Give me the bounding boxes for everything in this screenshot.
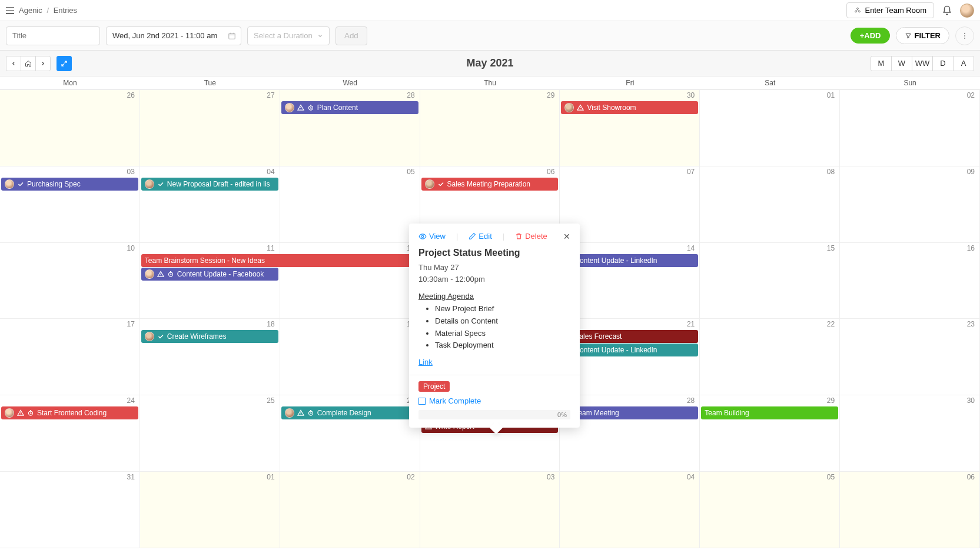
calendar-cell[interactable]: 28Plan Content	[280, 90, 420, 166]
view-d-button[interactable]: D	[932, 56, 954, 71]
day-number: 27	[267, 91, 274, 99]
day-number: 03	[127, 168, 134, 176]
calendar-cell[interactable]: 28Team Meeting	[560, 395, 700, 472]
calendar-cell[interactable]: 04	[560, 472, 700, 548]
calendar-event[interactable]: Complete Design	[281, 406, 418, 419]
enter-team-room-button[interactable]: Enter Team Room	[846, 2, 934, 18]
calendar-event[interactable]: Purchasing Spec	[1, 178, 138, 191]
hamburger-icon[interactable]	[6, 7, 14, 14]
calendar-cell[interactable]: 02	[840, 90, 980, 166]
calendar-cell[interactable]: 15	[700, 243, 840, 319]
calendar-cell[interactable]: 17	[0, 319, 140, 395]
agenda-item: New Project Brief	[435, 303, 570, 315]
day-header: Fri	[560, 76, 700, 89]
calendar-cell[interactable]: 23	[840, 319, 980, 395]
calendar-cell[interactable]: 05	[280, 166, 420, 243]
entry-date-input[interactable]: Wed, Jun 2nd 2021 - 11:00 am	[106, 26, 241, 45]
event-avatar	[425, 179, 434, 189]
calendar-event[interactable]: Start Frontend Coding	[1, 406, 138, 419]
popover-view-button[interactable]: View	[418, 232, 446, 241]
calendar-cell[interactable]: 06	[840, 472, 980, 548]
svg-point-11	[421, 235, 424, 238]
calendar-cell[interactable]: 25	[140, 395, 280, 472]
calendar-cell[interactable]: 10	[0, 243, 140, 319]
calendar-cell[interactable]: 29Team Building	[700, 395, 840, 472]
calendar-cell[interactable]: 19	[280, 319, 420, 395]
add-entry-button-small[interactable]: Add	[335, 26, 367, 45]
calendar-today-button[interactable]	[21, 56, 36, 71]
event-label: Sales Forecast	[574, 332, 622, 341]
event-label: New Proposal Draft - edited in lis	[167, 180, 270, 188]
user-avatar[interactable]	[960, 4, 974, 18]
event-avatar	[145, 269, 154, 279]
day-header: Tue	[140, 76, 280, 89]
calendar-event[interactable]: Content Update - LinkedIn	[561, 344, 698, 356]
popover-mark-complete-checkbox[interactable]: Mark Complete	[418, 396, 570, 405]
calendar-event[interactable]: Plan Content	[281, 101, 418, 114]
calendar-cell[interactable]: 03	[420, 472, 560, 548]
view-w-button[interactable]: W	[891, 56, 912, 71]
check-icon	[157, 333, 164, 340]
calendar-cell[interactable]: 03Purchasing Spec	[0, 166, 140, 243]
calendar-cell[interactable]: 14Content Update - LinkedIn	[560, 243, 700, 319]
calendar-cell[interactable]: 22	[700, 319, 840, 395]
calendar-cell[interactable]: 01	[700, 90, 840, 166]
calendar-cell[interactable]: 26Complete Design	[280, 395, 420, 472]
day-number: 29	[827, 396, 835, 405]
day-number: 05	[407, 168, 414, 176]
popover-link[interactable]: Link	[418, 358, 433, 366]
calendar-cell[interactable]: 27	[140, 90, 280, 166]
calendar-cell[interactable]: 29	[420, 90, 560, 166]
more-options-button[interactable]	[955, 26, 974, 45]
day-number: 18	[267, 320, 274, 328]
calendar-cell[interactable]: 01	[140, 472, 280, 548]
calendar-cell[interactable]: 08	[700, 166, 840, 243]
calendar-cell[interactable]: 31	[0, 472, 140, 548]
popover-close-button[interactable]: ✕	[563, 232, 570, 241]
calendar-cell[interactable]: 26	[0, 90, 140, 166]
calendar-event[interactable]: Content Update - Facebook	[141, 268, 278, 281]
calendar-cell[interactable]: 24Start Frontend Coding	[0, 395, 140, 472]
calendar-cell[interactable]: 18Create Wireframes	[140, 319, 280, 395]
check-icon	[157, 181, 164, 188]
calendar-cell[interactable]: 11Team Brainstorm Session - New IdeasCon…	[140, 243, 280, 319]
calendar-prev-button[interactable]	[6, 56, 21, 71]
calendar-next-button[interactable]	[35, 56, 51, 71]
popover-delete-button[interactable]: Delete	[515, 232, 547, 241]
warn-icon	[157, 271, 164, 278]
filter-button[interactable]: FILTER	[896, 27, 949, 44]
add-button[interactable]: +ADD	[851, 28, 891, 44]
calendar-event[interactable]: New Proposal Draft - edited in lis	[141, 178, 278, 191]
calendar-event[interactable]: Team Meeting	[561, 406, 698, 419]
breadcrumb-app[interactable]: Agenic	[19, 6, 42, 15]
calendar-cell[interactable]: 21Sales ForecastContent Update - LinkedI…	[560, 319, 700, 395]
day-number: 05	[827, 473, 835, 481]
notifications-icon[interactable]	[940, 4, 954, 18]
calendar-event[interactable]: Visit Showroom	[561, 101, 698, 114]
view-a-button[interactable]: A	[953, 56, 974, 71]
duration-select[interactable]: Select a Duration	[247, 26, 330, 45]
entry-title-input[interactable]	[6, 26, 100, 45]
event-label: Start Frontend Coding	[37, 409, 107, 417]
calendar-cell[interactable]: 04New Proposal Draft - edited in lis	[140, 166, 280, 243]
agenda-item: Task Deployment	[435, 339, 570, 352]
calendar-cell[interactable]: 02	[280, 472, 420, 548]
popover-tag[interactable]: Project	[418, 381, 450, 392]
view-m-button[interactable]: M	[871, 56, 892, 71]
calendar-cell[interactable]: 30Visit Showroom	[560, 90, 700, 166]
breadcrumb-page[interactable]: Entries	[54, 6, 77, 15]
view-ww-button[interactable]: WW	[912, 56, 933, 71]
calendar-cell[interactable]: 09	[840, 166, 980, 243]
calendar-cell[interactable]: 07	[560, 166, 700, 243]
calendar-event[interactable]: Sales Meeting Preparation	[421, 178, 559, 191]
calendar-event[interactable]: Create Wireframes	[141, 330, 278, 343]
calendar-cell[interactable]: 30	[840, 395, 980, 472]
day-number: 16	[967, 244, 975, 252]
calendar-cell[interactable]: 05	[700, 472, 840, 548]
calendar-event[interactable]: Content Update - LinkedIn	[561, 254, 698, 267]
calendar-expand-button[interactable]	[57, 56, 72, 71]
calendar-event[interactable]: Sales Forecast	[561, 330, 698, 343]
popover-edit-button[interactable]: Edit	[469, 232, 491, 241]
calendar-cell[interactable]: 16	[840, 243, 980, 319]
calendar-event[interactable]: Team Building	[701, 406, 838, 419]
